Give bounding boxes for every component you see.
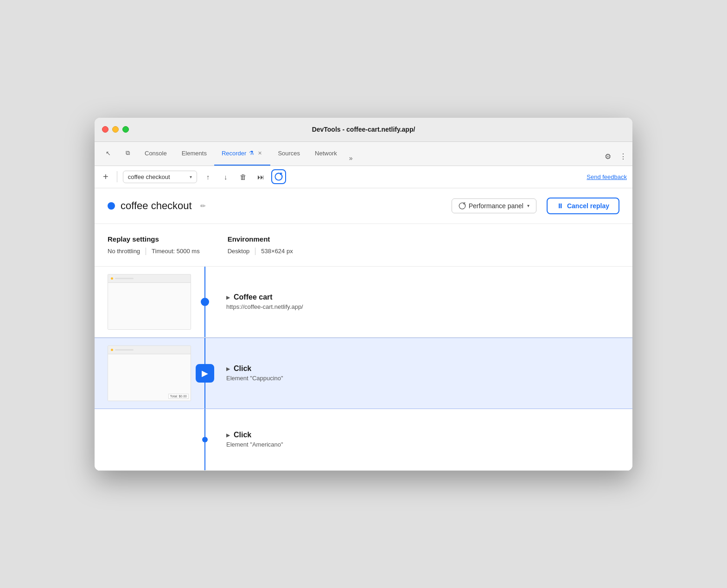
tab-cursor-icon[interactable]: ↖ <box>98 142 118 166</box>
tab-layers-icon[interactable]: ⧉ <box>118 142 137 166</box>
performance-panel-label: Performance panel <box>469 202 523 210</box>
thumb-total-text: Total: $0.00 <box>168 394 189 399</box>
tab-recorder-label: Recorder <box>222 150 246 157</box>
steps-list: ▶ Coffee cart https://coffee-cart.netlif… <box>95 267 632 471</box>
step-3-title-text: Click <box>234 431 251 439</box>
timeline-line-top-3 <box>204 409 205 437</box>
table-row[interactable]: ▶ Coffee cart https://coffee-cart.netlif… <box>95 267 632 338</box>
timeline-line-bottom-1 <box>204 306 205 337</box>
close-button[interactable] <box>102 126 108 133</box>
performance-panel-selector[interactable]: Performance panel ▾ <box>452 198 536 213</box>
resolution-value: 538×624 px <box>261 248 293 255</box>
import-icon: ↓ <box>224 173 228 181</box>
replay-icon <box>274 173 283 181</box>
tab-recorder-close[interactable]: ✕ <box>257 150 263 157</box>
cursor-icon: ↖ <box>106 150 111 157</box>
timeline-col-2: ▶ <box>191 338 219 409</box>
tab-settings-group: ⚙ ⋮ <box>603 150 629 166</box>
tab-console[interactable]: Console <box>137 142 174 166</box>
play-step-button[interactable]: ⏭ <box>254 169 268 184</box>
replay-settings-title: Replay settings <box>108 235 200 243</box>
timeline-line-bottom-3 <box>204 442 205 470</box>
step-1-url: https://coffee-cart.netlify.app/ <box>226 303 625 310</box>
step-3-subtitle: Element "Americano" <box>226 441 625 448</box>
step-2-subtitle: Element "Cappucino" <box>226 375 625 382</box>
settings-gear-icon[interactable]: ⚙ <box>603 150 613 163</box>
tab-network[interactable]: Network <box>307 142 344 166</box>
settings-ellipsis-icon[interactable]: ⋮ <box>618 150 629 163</box>
recording-name-label: coffee checkout <box>128 173 170 180</box>
tab-more-icon[interactable]: » <box>344 151 357 166</box>
replay-settings-group: Replay settings No throttling Timeout: 5… <box>108 235 200 255</box>
table-row[interactable]: Total: $0.00 ▶ ▶ Click <box>95 338 632 409</box>
cancel-replay-label: Cancel replay <box>567 202 609 210</box>
performance-dropdown-arrow: ▾ <box>527 203 529 208</box>
replay-button[interactable] <box>271 169 286 184</box>
edit-recording-icon[interactable]: ✏ <box>200 202 206 210</box>
toolbar-icon-group: ↑ ↓ 🗑 ⏭ <box>201 169 286 184</box>
toolbar: + coffee checkout ▾ ↑ ↓ 🗑 ⏭ <box>95 166 632 188</box>
env-settings-divider <box>255 248 255 255</box>
step-2-title: ▶ Click <box>226 364 625 373</box>
step-3-expand-icon[interactable]: ▶ <box>226 433 230 438</box>
dropdown-arrow-icon: ▾ <box>190 174 192 179</box>
table-row[interactable]: ▶ Click Element "Americano" <box>95 409 632 471</box>
tab-recorder[interactable]: Recorder ⚗ ✕ <box>214 142 270 166</box>
step-3-content: ▶ Click Element "Americano" <box>219 409 632 470</box>
settings-section: Replay settings No throttling Timeout: 5… <box>95 224 632 267</box>
send-feedback-link[interactable]: Send feedback <box>587 173 627 180</box>
step-3-title: ▶ Click <box>226 431 625 439</box>
timeline-line-top-2 <box>204 338 205 364</box>
tab-sources[interactable]: Sources <box>270 142 307 166</box>
tab-bar: ↖ ⧉ Console Elements Recorder ⚗ ✕ Source… <box>95 142 632 166</box>
step-1-title: ▶ Coffee cart <box>226 293 625 301</box>
window-title: DevTools - coffee-cart.netlify.app/ <box>102 126 625 133</box>
flask-icon: ⚗ <box>249 150 254 156</box>
maximize-button[interactable] <box>122 126 129 133</box>
export-icon: ↑ <box>206 173 210 181</box>
timeline-col-3 <box>191 409 219 470</box>
cancel-replay-button[interactable]: ⏸ Cancel replay <box>547 198 619 214</box>
pause-icon: ⏸ <box>557 202 563 210</box>
throttling-value: No throttling <box>108 248 140 255</box>
step-2-expand-icon[interactable]: ▶ <box>226 366 230 371</box>
step-1-title-text: Coffee cart <box>234 293 273 301</box>
import-button[interactable]: ↓ <box>218 169 233 184</box>
step-2-thumbnail: Total: $0.00 <box>108 345 191 401</box>
device-value: Desktop <box>228 248 250 255</box>
step-1-expand-icon[interactable]: ▶ <box>226 295 230 300</box>
active-step-arrow-icon: ▶ <box>202 368 208 378</box>
delete-button[interactable]: 🗑 <box>236 169 251 184</box>
delete-icon: 🗑 <box>240 173 247 181</box>
step-2-title-text: Click <box>234 364 251 373</box>
export-button[interactable]: ↑ <box>201 169 216 184</box>
add-recording-button[interactable]: + <box>100 170 111 184</box>
timeline-node-3 <box>202 437 208 442</box>
environment-title: Environment <box>228 235 293 243</box>
timeline-col-1 <box>191 267 219 337</box>
tab-elements[interactable]: Elements <box>174 142 214 166</box>
toolbar-divider-1 <box>117 171 117 182</box>
timeline-line-bottom-2 <box>204 383 205 409</box>
title-bar: DevTools - coffee-cart.netlify.app/ <box>95 118 632 142</box>
recording-status-dot <box>108 202 115 210</box>
tab-elements-label: Elements <box>182 150 207 157</box>
timeline-node-1 <box>201 298 209 306</box>
tab-sources-label: Sources <box>278 150 300 157</box>
settings-divider <box>146 248 146 255</box>
timeout-value: Timeout: 5000 ms <box>152 248 200 255</box>
timeline-line-top-1 <box>204 267 205 298</box>
recording-selector[interactable]: coffee checkout ▾ <box>123 171 197 183</box>
timeline-node-2-active: ▶ <box>196 364 214 383</box>
replay-settings-row: No throttling Timeout: 5000 ms <box>108 248 200 255</box>
performance-icon <box>459 202 466 210</box>
tab-network-label: Network <box>315 150 337 157</box>
recording-header: coffee checkout ✏ Performance panel ▾ ⏸ … <box>95 188 632 224</box>
content-area: coffee checkout ✏ Performance panel ▾ ⏸ … <box>95 188 632 471</box>
step-1-content: ▶ Coffee cart https://coffee-cart.netlif… <box>219 267 632 337</box>
traffic-lights <box>102 126 129 133</box>
devtools-window: DevTools - coffee-cart.netlify.app/ ↖ ⧉ … <box>95 118 632 471</box>
minimize-button[interactable] <box>112 126 119 133</box>
step-2-content: ▶ Click Element "Cappucino" <box>219 338 632 409</box>
tab-console-label: Console <box>145 150 167 157</box>
